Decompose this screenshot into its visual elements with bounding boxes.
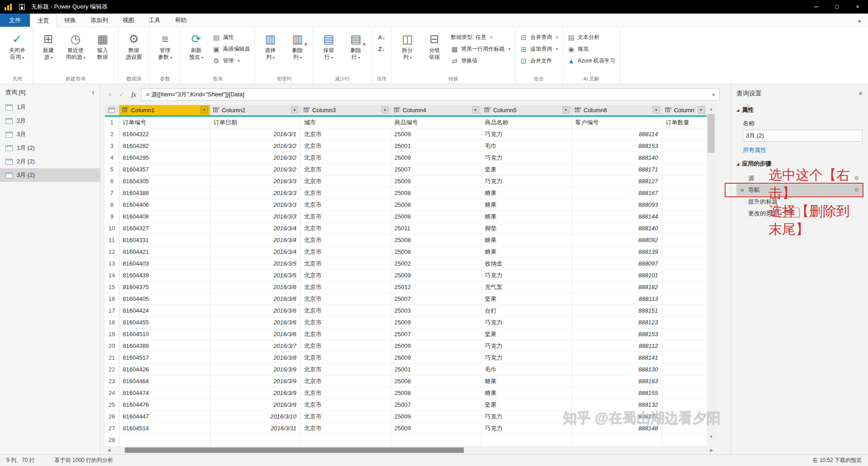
- query-list-item[interactable]: 1月 (2): [0, 141, 100, 155]
- cell[interactable]: 订单编号: [119, 116, 210, 128]
- vertical-scroll-thumb[interactable]: [708, 114, 715, 153]
- cell[interactable]: [662, 340, 707, 352]
- cell[interactable]: 888148: [571, 422, 662, 434]
- cell[interactable]: 81604517: [119, 352, 210, 363]
- cell[interactable]: 巧克力: [481, 316, 571, 328]
- enter-data-button[interactable]: ▦输入数据: [90, 29, 116, 61]
- cell[interactable]: 2016/3/9: [210, 387, 300, 399]
- cell[interactable]: 2016/3/1: [210, 128, 300, 140]
- cell[interactable]: 2016/3/3: [210, 175, 300, 187]
- refresh-preview-button[interactable]: ⟳刷新预览▾: [183, 29, 209, 61]
- cell[interactable]: 25008: [391, 387, 481, 399]
- cell[interactable]: 2016/3/4: [210, 222, 300, 234]
- cell[interactable]: 888167: [571, 187, 662, 199]
- minimize-button[interactable]: ─: [806, 0, 826, 14]
- cell[interactable]: 888123: [571, 316, 662, 328]
- cell[interactable]: 25009: [391, 422, 481, 434]
- cell[interactable]: 81604282: [119, 140, 210, 152]
- row-number[interactable]: 2: [105, 128, 119, 140]
- cell[interactable]: 2016/3/9: [210, 399, 300, 410]
- cell[interactable]: [662, 375, 707, 387]
- cell[interactable]: 2016/3/6: [210, 328, 300, 340]
- cell[interactable]: [662, 293, 707, 304]
- cell[interactable]: 888140: [571, 222, 662, 234]
- cell[interactable]: [662, 281, 707, 293]
- cell[interactable]: [481, 434, 571, 446]
- cell[interactable]: 充气泵: [481, 281, 571, 293]
- scroll-right-icon[interactable]: ▶: [708, 448, 716, 452]
- cell[interactable]: 25012: [391, 281, 481, 293]
- row-number[interactable]: 11: [105, 234, 119, 246]
- column-header-Column4[interactable]: ABC123Column4▾: [391, 105, 481, 116]
- advanced-editor-button[interactable]: ▣高级编辑器: [210, 43, 252, 55]
- cell[interactable]: 81604447: [119, 410, 210, 422]
- cell[interactable]: 25007: [391, 399, 481, 410]
- row-number[interactable]: 3: [105, 140, 119, 152]
- cell[interactable]: 坚果: [481, 293, 571, 304]
- cell[interactable]: 888097: [571, 257, 662, 269]
- row-number[interactable]: 14: [105, 269, 119, 281]
- cell[interactable]: 订单数量: [662, 116, 707, 128]
- cell[interactable]: [662, 352, 707, 363]
- cell[interactable]: 北京市: [300, 234, 391, 246]
- cell[interactable]: 888140: [571, 152, 662, 163]
- query-name-input[interactable]: [743, 130, 863, 142]
- cell[interactable]: 北京市: [300, 304, 391, 316]
- delete-step-icon[interactable]: ×: [741, 187, 744, 194]
- filter-dropdown-icon[interactable]: ▾: [472, 106, 479, 114]
- cell[interactable]: 北京市: [300, 222, 391, 234]
- cell[interactable]: 订单日期: [210, 116, 300, 128]
- sort-ascending-button[interactable]: A↓: [374, 32, 389, 43]
- cell[interactable]: 81604426: [119, 363, 210, 375]
- cell[interactable]: 25001: [391, 140, 481, 152]
- row-number[interactable]: 1: [105, 116, 119, 128]
- group-by-button[interactable]: ⊟分组依据: [421, 29, 448, 61]
- tab-工具[interactable]: 工具: [142, 14, 168, 27]
- cell[interactable]: [662, 163, 707, 175]
- close-panel-icon[interactable]: ×: [859, 90, 863, 98]
- cell[interactable]: 北京市: [300, 410, 391, 422]
- row-number[interactable]: 9: [105, 210, 119, 222]
- cell[interactable]: 脚垫: [481, 222, 571, 234]
- cell[interactable]: [662, 210, 707, 222]
- row-number[interactable]: 15: [105, 281, 119, 293]
- replace-values-button[interactable]: ⇄替换值: [448, 55, 513, 67]
- cell[interactable]: [662, 246, 707, 257]
- cell[interactable]: 25009: [391, 316, 481, 328]
- cell[interactable]: 25009: [391, 410, 481, 422]
- cell[interactable]: 25008: [391, 234, 481, 246]
- cell[interactable]: [662, 187, 707, 199]
- cell[interactable]: 巧克力: [481, 410, 571, 422]
- cell[interactable]: 888155: [571, 387, 662, 399]
- cell[interactable]: 81604455: [119, 316, 210, 328]
- keep-rows-button[interactable]: ▤保留行▾: [316, 29, 342, 61]
- cell[interactable]: [662, 304, 707, 316]
- collapse-ribbon-icon[interactable]: ▴: [858, 17, 861, 24]
- cell[interactable]: [662, 152, 707, 163]
- cell[interactable]: 商品编号: [391, 116, 481, 128]
- expand-formula-icon[interactable]: ▾: [712, 92, 715, 98]
- cell[interactable]: 北京市: [300, 128, 391, 140]
- filter-dropdown-icon[interactable]: ▾: [562, 106, 570, 114]
- cell[interactable]: 糖果: [481, 199, 571, 210]
- row-number[interactable]: 28: [105, 434, 119, 446]
- cell[interactable]: 2016/3/4: [210, 234, 300, 246]
- row-number[interactable]: 21: [105, 352, 119, 363]
- use-first-row-as-headers-button[interactable]: ▦将第一行用作标题▾: [448, 43, 513, 55]
- cell[interactable]: 2016/3/6: [210, 281, 300, 293]
- cell[interactable]: 2016/3/2: [210, 140, 300, 152]
- cell[interactable]: 25009: [391, 152, 481, 163]
- sidebar-collapse-icon[interactable]: ‹: [92, 88, 94, 97]
- cell[interactable]: [662, 175, 707, 187]
- remove-rows-button[interactable]: ▤×删除行▾: [343, 29, 369, 61]
- cell[interactable]: 巧克力: [481, 175, 571, 187]
- data-source-settings-button[interactable]: ⚙数据源设置: [121, 29, 147, 61]
- cell[interactable]: 81604510: [119, 328, 210, 340]
- cell[interactable]: 81604305: [119, 175, 210, 187]
- cell[interactable]: 888144: [571, 210, 662, 222]
- close-button[interactable]: ×: [847, 0, 868, 14]
- cell[interactable]: 2016/3/6: [210, 316, 300, 328]
- cell[interactable]: 2016/3/4: [210, 246, 300, 257]
- cell[interactable]: 坚果: [481, 399, 571, 410]
- cell[interactable]: 2016/3/5: [210, 269, 300, 281]
